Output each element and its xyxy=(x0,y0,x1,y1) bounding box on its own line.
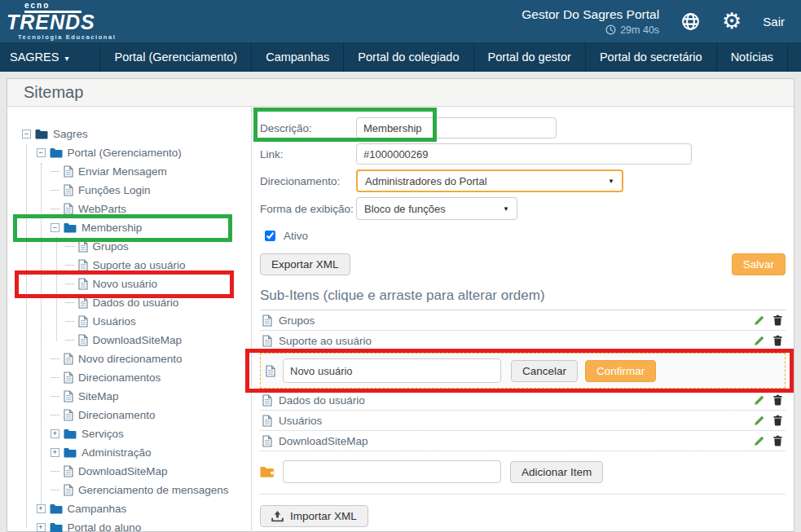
select-value: Bloco de funções xyxy=(364,203,446,215)
globe-icon[interactable] xyxy=(680,11,701,32)
expand-icon[interactable]: + xyxy=(37,504,46,513)
new-item-input[interactable] xyxy=(283,460,501,483)
tree-item-label: Membership xyxy=(81,222,142,234)
nav-item-portal-gerenciamento[interactable]: Portal (Gerenciamento) xyxy=(99,42,251,72)
logout-link[interactable]: Sair xyxy=(763,15,785,29)
tree-item-enviar-mensagem[interactable]: Enviar Mensagem xyxy=(7,162,251,181)
tecnotrends-logo: ecno TRENDS Tecnologia Educacional xyxy=(7,2,129,41)
form-buttons-row: Exportar XML Salvar xyxy=(260,253,786,275)
tree-item-membership[interactable]: −Membership xyxy=(7,218,251,237)
tree-item-direcionamentos[interactable]: Direcionamentos xyxy=(7,368,251,387)
tree-item-gerenciamento-de-mensagens[interactable]: Gerenciamento de mensagens xyxy=(7,481,251,499)
delete-trash-icon[interactable] xyxy=(772,314,783,326)
nav-item-portal-do-secretario[interactable]: Portal do secretário xyxy=(585,42,716,72)
gear-icon[interactable]: ⚙ xyxy=(722,11,742,33)
ativo-checkbox[interactable] xyxy=(265,231,275,241)
link-input[interactable] xyxy=(356,143,692,165)
tree-item-servicos[interactable]: +Serviços xyxy=(7,424,251,443)
document-icon xyxy=(78,259,88,271)
tree-item-direcionamento[interactable]: Direcionamento xyxy=(7,406,251,424)
tree-item-downloadsitemap[interactable]: DownloadSiteMap xyxy=(7,331,251,350)
confirm-button[interactable]: Confirmar xyxy=(585,360,656,382)
nav-item-portal-do-colegiado[interactable]: Portal do colegiado xyxy=(343,42,473,72)
expand-icon[interactable]: + xyxy=(51,448,59,457)
tree-item-administracao[interactable]: +Administração xyxy=(7,443,251,462)
tree-item-campanhas[interactable]: +Campanhas xyxy=(7,499,251,518)
collapse-icon[interactable]: − xyxy=(37,148,46,157)
tree-connector xyxy=(51,190,59,191)
subitem-row-grupos[interactable]: Grupos xyxy=(260,310,786,331)
subitem-edit-input[interactable] xyxy=(283,358,501,383)
edit-pencil-icon[interactable] xyxy=(754,335,765,346)
select-caret-icon: ▼ xyxy=(608,178,614,185)
cancel-button[interactable]: Cancelar xyxy=(511,360,578,382)
nav-item-portal-do-gestor[interactable]: Portal do gestor xyxy=(473,42,585,72)
tree-item-label: Novo direcionamento xyxy=(78,353,183,365)
tree-item-usuarios[interactable]: Usuários xyxy=(7,312,251,331)
field-label: Forma de exibição: xyxy=(260,203,356,215)
tree-item-label: Novo usuário xyxy=(93,278,158,290)
import-xml-button[interactable]: Importar XML xyxy=(260,505,368,527)
subitem-row-dados-do-usuario[interactable]: Dados do usuário xyxy=(260,390,786,411)
nav-item-noticias[interactable]: Notícias xyxy=(716,42,787,72)
edit-pencil-icon[interactable] xyxy=(754,435,765,446)
edit-pencil-icon[interactable] xyxy=(754,394,765,406)
delete-trash-icon[interactable] xyxy=(772,435,783,446)
tree-item-funcoes-login[interactable]: Funções Login xyxy=(7,181,251,200)
forma-exibicao-select[interactable]: Bloco de funções ▼ xyxy=(356,197,517,220)
subitem-row-downloadsitemap[interactable]: DownloadSiteMap xyxy=(260,431,786,451)
tree-item-dados-do-usuario[interactable]: Dados do usuário xyxy=(7,293,251,312)
delete-trash-icon[interactable] xyxy=(772,415,783,426)
tree-item-label: SiteMap xyxy=(78,390,119,402)
tree-item-label: Direcionamentos xyxy=(78,372,161,384)
nav-item-configuracoes[interactable]: Configurações xyxy=(787,42,801,72)
tree-item-downloadsitemap[interactable]: DownloadSiteMap xyxy=(7,462,251,481)
tree-item-portal-gerenciamento[interactable]: −Portal (Gerenciamento) xyxy=(7,143,251,162)
document-icon xyxy=(64,372,73,384)
expand-icon[interactable]: + xyxy=(37,523,46,532)
document-icon xyxy=(262,314,272,327)
edit-pencil-icon[interactable] xyxy=(754,314,765,326)
tree-item-grupos[interactable]: Grupos xyxy=(7,237,251,256)
tree-connector xyxy=(65,340,74,341)
tree-item-label: Funções Login xyxy=(78,184,151,196)
tree-connector xyxy=(51,396,59,397)
logo-main-text: TRENDS xyxy=(7,12,129,33)
tree-item-label: Dados do usuário xyxy=(93,297,179,309)
tree-item-portal-do-aluno[interactable]: +Portal do aluno xyxy=(7,518,251,532)
subitem-row-suporte-ao-usuario[interactable]: Suporte ao usuário xyxy=(260,331,786,351)
tree-item-novo-direcionamento[interactable]: Novo direcionamento xyxy=(7,350,251,368)
tree-item-sitemap[interactable]: SiteMap xyxy=(7,387,251,406)
document-icon xyxy=(78,240,88,253)
nav-item-campanhas[interactable]: Campanhas xyxy=(251,42,343,72)
edit-pencil-icon[interactable] xyxy=(754,415,765,426)
direcionamento-select[interactable]: Administradores do Portal ▼ xyxy=(356,169,623,192)
add-item-button[interactable]: Adicionar Item xyxy=(510,461,603,483)
tree-item-suporte-ao-usuario[interactable]: Suporte ao usuário xyxy=(7,256,251,275)
tree-item-novo-usuario[interactable]: Novo usuário xyxy=(7,275,251,293)
collapse-icon[interactable]: − xyxy=(22,130,31,138)
tree-connector xyxy=(65,265,74,266)
document-icon xyxy=(266,365,275,377)
save-button[interactable]: Salvar xyxy=(732,253,786,275)
subitem-row-usuarios[interactable]: Usuários xyxy=(260,411,786,431)
nav-brand-label: SAGRES xyxy=(10,51,59,64)
descricao-input[interactable] xyxy=(356,117,557,138)
field-label: Descrição: xyxy=(260,122,356,134)
nav-brand-sagres[interactable]: SAGRES ▾ xyxy=(0,42,99,72)
tree-connector xyxy=(51,171,59,172)
document-icon xyxy=(78,334,88,346)
delete-trash-icon[interactable] xyxy=(772,394,783,406)
tree-item-label: Usuários xyxy=(93,315,136,328)
document-icon xyxy=(262,415,272,427)
document-icon xyxy=(64,484,73,496)
document-icon xyxy=(64,390,73,402)
sitemap-panel: Sitemap −Sagres−Portal (Gerenciamento)En… xyxy=(7,78,794,532)
collapse-icon[interactable]: − xyxy=(51,223,59,232)
clock-icon xyxy=(605,24,616,35)
expand-icon[interactable]: + xyxy=(51,429,59,438)
export-xml-button[interactable]: Exportar XML xyxy=(260,253,350,275)
tree-item-sagres[interactable]: −Sagres xyxy=(7,125,251,143)
delete-trash-icon[interactable] xyxy=(772,335,783,346)
tree-item-webparts[interactable]: WebParts xyxy=(7,200,251,218)
